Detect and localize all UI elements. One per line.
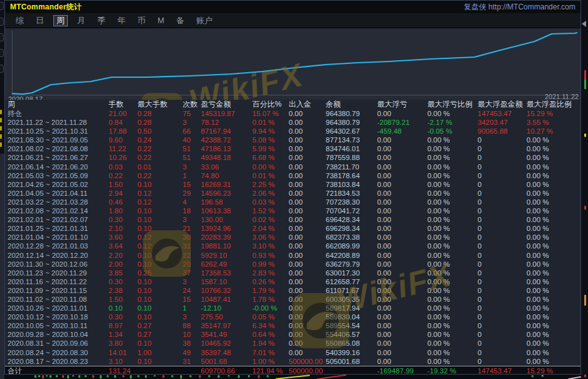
cell: 696428.34 — [326, 215, 377, 224]
cell: 1.94 % — [252, 339, 289, 348]
cell: 500000.00 — [289, 357, 326, 366]
table-row[interactable]: 2020.11.30 ~ 2020.12.062.000.10206262.49… — [5, 260, 581, 269]
table-row[interactable]: 2020.12.28 ~ 2021.01.033.640.123119881.1… — [5, 242, 581, 250]
cell: 0.00 % — [527, 144, 581, 153]
table-row[interactable]: 2021.03.22 ~ 2021.03.280.460.124196.580.… — [5, 198, 581, 206]
cell: 0.00 — [289, 269, 326, 277]
cell: 0 — [478, 304, 527, 312]
cell: 145319.87 — [201, 109, 252, 118]
table-row[interactable]: 2021.06.14 ~ 2021.06.200.030.01333.060.0… — [5, 163, 581, 171]
menu-item-周[interactable]: 周 — [53, 15, 68, 26]
cell: 0.00 % — [427, 304, 478, 312]
cell: 2020.08.31 ~ 2020.09.06 — [8, 339, 109, 348]
cell: 0.00 % — [427, 277, 478, 286]
brand-link[interactable]: 复盘侠 http://MTCommander.com — [464, 2, 575, 13]
table-row[interactable]: 2021.05.03 ~ 2021.05.090.220.22174.800.0… — [5, 171, 581, 180]
table-row[interactable]: 2021.02.08 ~ 2021.02.141.800.101810613.3… — [5, 206, 581, 215]
table-row[interactable]: 2021.04.26 ~ 2021.05.021.500.101516269.3… — [5, 180, 581, 189]
cell: 78.12 — [201, 118, 252, 127]
table-row[interactable]: 2020.11.09 ~ 2020.11.152.380.102410766.3… — [5, 286, 581, 295]
cell: 0.00 % — [427, 109, 478, 118]
cell: 0.00 — [289, 198, 326, 206]
cell: 0.00 — [377, 224, 427, 233]
cell: 3.60 — [109, 233, 137, 242]
table-row[interactable]: 2020.10.26 ~ 2020.11.010.100.101-12.10-0… — [5, 304, 581, 312]
menu-item-年[interactable]: 年 — [115, 15, 128, 26]
menu-item-账户[interactable]: 账户 — [194, 15, 215, 26]
table-row[interactable]: 2021.08.30 ~ 2021.09.059.600.244042388.7… — [5, 136, 581, 144]
table-body: 持仓21.000.2875145319.8715.07 %0.00964380.… — [5, 109, 581, 366]
cell: 0 — [478, 171, 527, 180]
cell: 0.25 — [137, 269, 183, 277]
cell: 0 — [478, 153, 527, 162]
header-cell: 出入金 — [289, 100, 326, 109]
cell: 2020.11.16 ~ 2020.11.22 — [8, 277, 109, 286]
background-trendline-mark — [316, 375, 346, 379]
table-row[interactable]: 2021.08.02 ~ 2021.08.0811.220.225147186.… — [5, 144, 581, 153]
table-row[interactable]: 2021.11.22 ~ 2021.11.280.840.28378.120.0… — [5, 118, 581, 127]
menu-item-月[interactable]: 月 — [75, 15, 88, 26]
table-row[interactable]: 2021.01.04 ~ 2021.01.103.600.123020283.3… — [5, 233, 581, 242]
cell: -2.17 % — [427, 118, 478, 127]
background-yellow-mark — [0, 110, 2, 114]
table-row[interactable]: 2020.12.14 ~ 2020.12.202.200.10225929.10… — [5, 251, 581, 260]
cell: 2.00 — [109, 260, 137, 269]
cell: 38 — [183, 339, 201, 348]
header-cell: 最大手数 — [137, 100, 183, 109]
total-cell: -169487.99 — [377, 366, 427, 375]
cell: 0.00 — [289, 260, 326, 269]
table-row[interactable]: 2020.11.16 ~ 2020.11.220.300.1031587.100… — [5, 277, 581, 286]
cell: 2020.10.12 ~ 2020.10.18 — [8, 312, 109, 321]
cell: 6.34 % — [252, 321, 289, 330]
cell: 0 — [478, 144, 527, 153]
table-row[interactable]: 2021.01.25 ~ 2021.01.312.100.102113924.9… — [5, 224, 581, 233]
cell: 2021.03.22 ~ 2021.03.28 — [8, 198, 109, 206]
table-row[interactable]: 2020.09.28 ~ 2020.10.041.340.27103541.49… — [5, 330, 581, 339]
table-row[interactable]: 2020.08.31 ~ 2020.09.063.800.103810465.9… — [5, 339, 581, 348]
menu-item-季[interactable]: 季 — [95, 15, 108, 26]
background-candle-mark — [199, 375, 201, 378]
menu-item-币[interactable]: 币 — [135, 15, 148, 26]
table-row[interactable]: 2020.10.05 ~ 2020.10.118.970.278835147.9… — [5, 321, 581, 330]
cell: 2020.08.17 ~ 2020.08.23 — [8, 357, 109, 366]
background-candle-mark — [72, 375, 74, 376]
background-candle-mark — [228, 375, 230, 376]
cell: 0.00 % — [527, 189, 581, 198]
cell: 130.00 — [201, 215, 252, 224]
background-candle-mark — [35, 375, 36, 378]
table-row[interactable]: 2020.08.24 ~ 2020.08.3014.011.004935397.… — [5, 348, 581, 357]
cell: 42388.72 — [201, 136, 252, 144]
table-row[interactable]: 2020.08.17 ~ 2020.08.233.100.10315001.68… — [5, 357, 581, 366]
background-candle-mark — [208, 375, 210, 377]
cell: 0 — [478, 330, 527, 339]
menu-item-M[interactable]: M — [155, 15, 167, 26]
menu-item-备[interactable]: 备 — [174, 15, 187, 26]
cell: 1.50 — [109, 295, 137, 304]
table-row[interactable]: 2021.04.05 ~ 2021.04.112.940.122914596.2… — [5, 189, 581, 198]
table-row[interactable]: 2021.02.01 ~ 2021.02.070.300.103130.000.… — [5, 215, 581, 224]
cell: 0.00 % — [427, 312, 478, 321]
cell: 2020.10.05 ~ 2020.10.11 — [8, 321, 109, 330]
table-row[interactable]: 2021.10.25 ~ 2021.10.3117.880.506687167.… — [5, 127, 581, 136]
cell: 2021.01.04 ~ 2021.01.10 — [8, 233, 109, 242]
table-row[interactable]: 2020.10.12 ~ 2020.10.180.300.103275.500.… — [5, 312, 581, 321]
cell: 0.00 — [377, 242, 427, 250]
cell: 33.06 — [201, 163, 252, 171]
cell: 0.00 — [289, 321, 326, 330]
table-row[interactable]: 2020.11.02 ~ 2020.11.081.500.101510487.4… — [5, 295, 581, 304]
cell: 0.22 — [137, 144, 183, 153]
header-cell: 手数 — [109, 100, 137, 109]
menu-item-综[interactable]: 综 — [13, 15, 26, 26]
table-row[interactable]: 2020.11.23 ~ 2020.11.293.850.253717358.5… — [5, 269, 581, 277]
total-cell: 147453.47 — [478, 366, 527, 375]
menu-item-日[interactable]: 日 — [33, 15, 46, 26]
equity-chart-panel[interactable]: 2020.08.17 2021.11.22 WikiFX — [5, 28, 581, 100]
table-row[interactable]: 持仓21.000.2875145319.8715.07 %0.00964380.… — [5, 109, 581, 118]
cell: 0.10 — [137, 215, 183, 224]
cell: 1.50 — [109, 180, 137, 189]
cell: 0.30 — [109, 277, 137, 286]
table-row[interactable]: 2021.06.21 ~ 2021.06.2710.260.225149348.… — [5, 153, 581, 162]
cell: 1.34 — [109, 330, 137, 339]
background-candle-mark — [107, 375, 109, 377]
cell: 0.12 — [137, 242, 183, 250]
